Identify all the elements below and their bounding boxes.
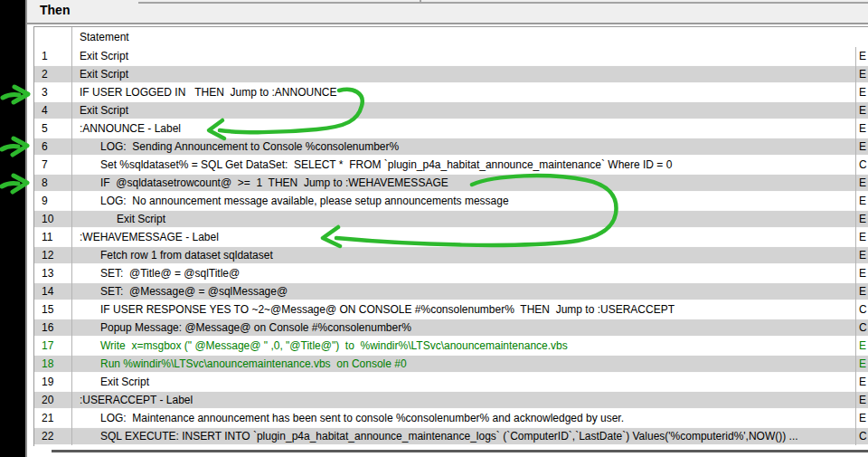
row-number: 15 [34,300,72,319]
row-number: 21 [34,409,72,427]
script-step-row[interactable]: 7 Set %sqldataset% = SQL Get DataSet: SE… [34,156,868,174]
script-step-row[interactable]: 17 Write x=msgbox (" @Message@ " ,0, "@T… [34,337,868,355]
row-number: 5 [34,119,72,138]
row-onerror-value: E [855,210,868,228]
row-statement: SET: @Message@ = @sqlMessage@ [72,282,855,300]
row-statement: Exit Script [72,210,855,228]
script-step-row[interactable]: 13 SET: @Title@ = @sqlTitle@ E [34,264,868,282]
row-onerror-value: E [855,228,868,246]
script-step-row[interactable]: 21 LOG: Maintenance announcement has bee… [34,409,868,427]
left-black-margin [0,0,25,457]
row-number: 18 [34,355,72,373]
row-statement: IF USER LOGGED IN THEN Jump to :ANNOUNCE [72,83,855,101]
row-statement: SQL EXECUTE: INSERT INTO `plugin_p4a_hab… [72,427,855,445]
script-step-row[interactable]: 8 IF @sqldatasetrowcount@ >= 1 THEN Jump… [34,174,868,192]
row-number: 12 [34,246,72,264]
script-step-row[interactable]: 6 LOG: Sending Announcement to Console %… [34,138,868,156]
row-onerror-value: E [855,47,868,65]
row-number: 6 [34,138,72,156]
row-onerror-value: E [855,355,868,373]
row-number: 2 [34,65,72,83]
row-statement: SET: @Title@ = @sqlTitle@ [72,264,855,282]
horizontal-scrollbar[interactable] [52,450,868,452]
row-number: 10 [34,210,72,228]
script-step-row[interactable]: 19 Exit Script E [34,373,868,391]
row-statement: Exit Script [72,373,855,391]
row-statement: IF @sqldatasetrowcount@ >= 1 THEN Jump t… [72,174,855,192]
pane-title: Then [40,3,70,17]
row-onerror-value: E [855,391,868,409]
row-number: 1 [34,47,72,65]
row-onerror-value: E [855,246,868,264]
script-step-row[interactable]: 2 Exit Script E [34,65,868,83]
row-statement: LOG: Sending Announcement to Console %co… [72,138,855,156]
statement-column-header[interactable]: Statement [72,27,868,47]
script-step-row[interactable]: 18 Run %windir%\LTSvc\anouncemaintenance… [34,355,868,373]
script-step-row[interactable]: 3 IF USER LOGGED IN THEN Jump to :ANNOUN… [34,83,868,101]
row-number: 13 [34,264,72,282]
row-onerror-value: C [855,156,868,174]
row-onerror-value: C [855,319,868,337]
row-onerror-value: E [855,83,868,101]
script-step-row[interactable]: 16 Popup Message: @Message@ on Console #… [34,319,868,337]
script-step-row[interactable]: 4 Exit Script E [34,101,868,119]
script-step-row[interactable]: 22 SQL EXECUTE: INSERT INTO `plugin_p4a_… [34,427,868,445]
row-number: 4 [34,101,72,119]
row-statement: Set %sqldataset% = SQL Get DataSet: SELE… [72,156,855,174]
row-onerror-value: C [855,300,868,319]
row-statement: Popup Message: @Message@ on Console #%co… [72,319,855,337]
script-step-row[interactable]: 5 :ANNOUNCE - Label E [34,119,868,138]
script-step-row[interactable]: 1 Exit Script E [34,47,868,65]
row-statement: :ANNOUNCE - Label [72,119,855,138]
row-onerror-value: E [855,119,868,138]
then-header-band: Then [27,0,868,24]
row-number: 16 [34,319,72,337]
row-number: 19 [34,373,72,391]
row-statement: Exit Script [72,101,855,119]
script-step-row[interactable]: 20 :USERACCEPT - Label E [34,391,868,409]
row-number: 7 [34,156,72,174]
row-number: 11 [34,228,72,246]
row-number: 3 [34,83,72,101]
row-statement: :WEHAVEMESSAGE - Label [72,228,855,246]
row-number: 8 [34,174,72,192]
script-step-row[interactable]: 14 SET: @Message@ = @sqlMessage@ E [34,282,868,300]
row-number: 20 [34,391,72,409]
row-onerror-value: E [855,373,868,391]
row-statement: :USERACCEPT - Label [72,391,855,409]
row-statement: Run %windir%\LTSvc\anouncemaintenance.vb… [72,355,855,373]
row-statement: IF USER RESPONSE YES TO ~2~@Message@ ON … [72,300,855,319]
row-number: 9 [34,192,72,210]
row-onerror-value: E [855,65,868,83]
script-editor-then-pane: Then Statement 1 Exit Script E 2 Exit Sc… [0,0,868,457]
row-onerror-value: C [855,427,868,445]
row-statement: Fetch row 1 from dataset sqldataset [72,246,855,264]
script-step-row[interactable]: 10 Exit Script E [34,210,868,228]
row-statement: Write x=msgbox (" @Message@ " ,0, "@Titl… [72,337,855,355]
grid-header-row: Statement [34,27,868,47]
row-onerror-value: E [855,192,868,210]
row-onerror-value: E [855,264,868,282]
script-step-row[interactable]: 15 IF USER RESPONSE YES TO ~2~@Message@ … [34,300,868,319]
row-number: 22 [34,427,72,445]
row-statement: LOG: Maintenance announcement has been s… [72,409,855,427]
row-number: 14 [34,282,72,300]
row-number-header [34,27,72,47]
row-onerror-value: E [855,282,868,300]
statement-rows: 1 Exit Script E 2 Exit Script E 3 IF USE… [34,47,868,445]
pane-border-line [138,2,868,4]
window-edge-line [25,0,27,457]
row-statement: LOG: No announcement message available, … [72,192,855,210]
row-onerror-value: E [855,337,868,355]
row-statement: Exit Script [72,47,855,65]
statement-grid: Statement 1 Exit Script E 2 Exit Script … [33,26,868,446]
row-statement: Exit Script [72,65,855,83]
script-step-row[interactable]: 12 Fetch row 1 from dataset sqldataset E [34,246,868,264]
row-onerror-value: E [855,101,868,119]
script-step-row[interactable]: 11 :WEHAVEMESSAGE - Label E [34,228,868,246]
script-step-row[interactable]: 9 LOG: No announcement message available… [34,192,868,210]
row-onerror-value: E [855,174,868,192]
row-onerror-value: E [855,138,868,156]
row-number: 17 [34,337,72,355]
pane-border-tick [420,0,421,3]
